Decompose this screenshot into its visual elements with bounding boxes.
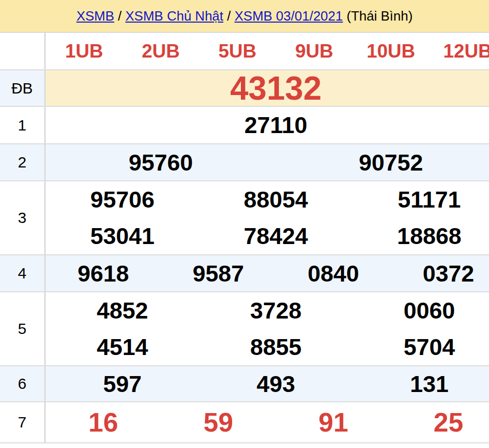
prize-number: 9587 bbox=[161, 262, 276, 285]
prize-number: 131 bbox=[352, 372, 489, 396]
prize-line: 597493131 bbox=[46, 366, 489, 401]
table-row: 3957068805451171530417842418868 bbox=[0, 181, 489, 255]
prize-number: 51171 bbox=[352, 188, 489, 211]
breadcrumb-link-xsmb-chu-nhat[interactable]: XSMB Chủ Nhật bbox=[125, 8, 223, 24]
column-header: 10UB bbox=[352, 42, 429, 61]
row-label: ĐB bbox=[0, 70, 46, 106]
prize-number: 5704 bbox=[352, 335, 489, 359]
prize-line: 530417842418868 bbox=[46, 218, 489, 254]
prize-number: 91 bbox=[276, 409, 391, 436]
row-content: 43132 bbox=[46, 70, 489, 106]
prize-line: 9576090752 bbox=[46, 144, 489, 180]
column-header: 9UB bbox=[276, 42, 352, 61]
table-row: 6597493131 bbox=[0, 366, 489, 402]
prize-number: 59 bbox=[161, 409, 276, 436]
breadcrumb: XSMB / XSMB Chủ Nhật / XSMB 03/01/2021 (… bbox=[0, 0, 489, 32]
row-content: 485237280060451488555704 bbox=[46, 292, 489, 365]
prize-number: 0060 bbox=[352, 299, 489, 322]
prize-number: 8855 bbox=[199, 335, 353, 359]
prize-line: 485237280060 bbox=[46, 292, 489, 329]
breadcrumb-province: (Thái Bình) bbox=[343, 8, 413, 24]
prize-number: 9618 bbox=[46, 262, 161, 285]
prize-number: 43132 bbox=[46, 72, 489, 105]
table-row: 716599125 bbox=[0, 402, 489, 443]
prize-number: 3728 bbox=[199, 299, 353, 322]
breadcrumb-separator: / bbox=[223, 8, 235, 24]
prize-line: 957068805451171 bbox=[46, 181, 489, 218]
column-header: 1UB bbox=[46, 42, 122, 61]
prize-number: 27110 bbox=[46, 114, 489, 137]
prize-number: 16 bbox=[46, 409, 161, 436]
prize-number: 18868 bbox=[352, 225, 489, 248]
row-label: 1 bbox=[0, 107, 46, 143]
prize-number: 4514 bbox=[46, 335, 199, 359]
row-label: 3 bbox=[0, 181, 46, 254]
prize-line: 451488555704 bbox=[46, 329, 489, 365]
table-row: ĐB43132 bbox=[0, 70, 489, 107]
row-label: 2 bbox=[0, 144, 46, 180]
prize-number: 95706 bbox=[46, 188, 199, 211]
prize-number: 4852 bbox=[46, 299, 199, 322]
table-body: ĐB43132127110295760907523957068805451171… bbox=[0, 70, 489, 443]
prize-number: 0372 bbox=[391, 262, 489, 285]
prize-number: 95760 bbox=[46, 151, 276, 174]
table-row: 5485237280060451488555704 bbox=[0, 292, 489, 366]
table-row: 49618958708400372 bbox=[0, 255, 489, 292]
column-header: 12UB bbox=[429, 42, 489, 61]
prize-number: 88054 bbox=[199, 188, 353, 211]
results-table: 1UB2UB5UB9UB10UB12UB ĐB43132127110295760… bbox=[0, 32, 489, 443]
prize-number: 597 bbox=[46, 372, 199, 396]
row-content: 16599125 bbox=[46, 402, 489, 442]
prize-number: 90752 bbox=[276, 151, 489, 174]
prize-number: 25 bbox=[391, 409, 489, 436]
breadcrumb-link-xsmb-date[interactable]: XSMB 03/01/2021 bbox=[234, 8, 343, 24]
table-header-row: 1UB2UB5UB9UB10UB12UB bbox=[0, 33, 489, 70]
row-content: 9576090752 bbox=[46, 144, 489, 180]
row-content: 597493131 bbox=[46, 366, 489, 401]
row-content: 957068805451171530417842418868 bbox=[46, 181, 489, 254]
row-content: 9618958708400372 bbox=[46, 255, 489, 291]
prize-number: 78424 bbox=[199, 225, 353, 248]
prize-line: 16599125 bbox=[46, 402, 489, 442]
row-content: 27110 bbox=[46, 107, 489, 143]
row-label: 5 bbox=[0, 292, 46, 365]
column-header: 5UB bbox=[199, 42, 276, 61]
breadcrumb-separator: / bbox=[114, 8, 125, 24]
row-label: 4 bbox=[0, 255, 46, 291]
row-label: 7 bbox=[0, 402, 46, 442]
header-cells: 1UB2UB5UB9UB10UB12UB bbox=[46, 33, 489, 69]
prize-number: 53041 bbox=[46, 225, 199, 248]
header-label-cell bbox=[0, 33, 46, 69]
table-row: 127110 bbox=[0, 107, 489, 144]
prize-number: 493 bbox=[199, 372, 353, 396]
prize-line: 27110 bbox=[46, 107, 489, 143]
lottery-results-page: XSMB / XSMB Chủ Nhật / XSMB 03/01/2021 (… bbox=[0, 0, 489, 443]
row-label: 6 bbox=[0, 366, 46, 401]
prize-line: 43132 bbox=[46, 70, 489, 106]
column-header: 2UB bbox=[122, 42, 199, 61]
prize-line: 9618958708400372 bbox=[46, 255, 489, 291]
table-row: 29576090752 bbox=[0, 144, 489, 181]
breadcrumb-link-xsmb[interactable]: XSMB bbox=[77, 8, 115, 24]
header-line: 1UB2UB5UB9UB10UB12UB bbox=[46, 33, 489, 69]
prize-number: 0840 bbox=[276, 262, 391, 285]
